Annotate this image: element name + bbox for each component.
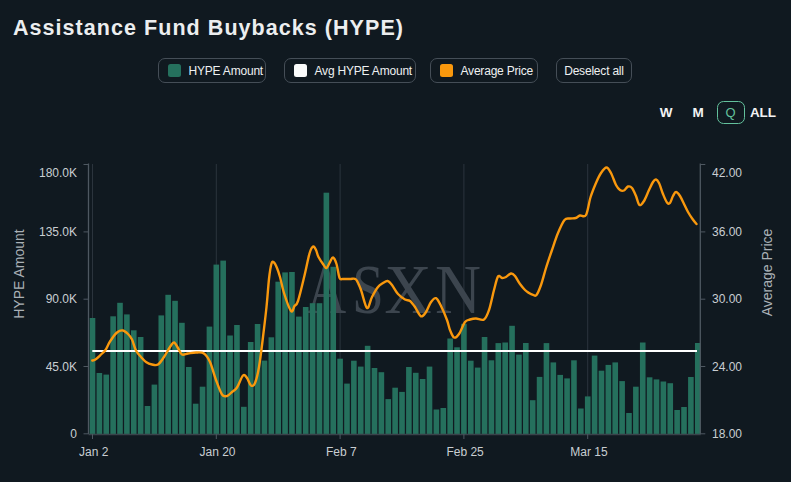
svg-text:Average Price: Average Price	[759, 228, 775, 316]
svg-text:24.00: 24.00	[712, 360, 742, 374]
svg-text:36.00: 36.00	[712, 225, 742, 239]
svg-text:Jan 20: Jan 20	[199, 445, 235, 459]
svg-text:X: X	[384, 250, 432, 328]
svg-text:135.0K: 135.0K	[39, 225, 77, 239]
svg-text:HYPE Amount: HYPE Amount	[11, 229, 27, 319]
svg-text:45.0K: 45.0K	[46, 360, 77, 374]
svg-text:S: S	[352, 251, 384, 329]
svg-text:Jan 2: Jan 2	[79, 445, 109, 459]
svg-text:180.0K: 180.0K	[39, 166, 77, 180]
svg-text:30.00: 30.00	[712, 292, 742, 306]
svg-text:18.00: 18.00	[712, 427, 742, 441]
svg-text:Feb 25: Feb 25	[446, 445, 484, 459]
svg-text:0: 0	[70, 427, 77, 441]
svg-text:Feb 7: Feb 7	[326, 445, 357, 459]
svg-text:Mar 15: Mar 15	[570, 445, 608, 459]
svg-text:90.0K: 90.0K	[46, 292, 77, 306]
svg-text:N: N	[435, 250, 481, 327]
svg-text:42.00: 42.00	[712, 166, 742, 180]
